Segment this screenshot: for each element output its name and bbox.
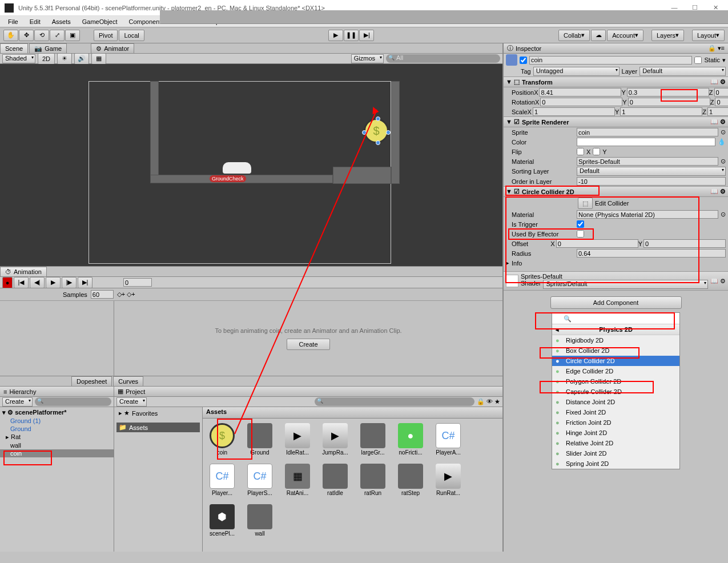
anim-prev[interactable]: ◀| xyxy=(30,277,45,288)
favorites-folder[interactable]: ▸ ★ Favorites xyxy=(116,408,200,418)
phys-material[interactable] xyxy=(577,210,718,219)
tab-game[interactable]: 📷 Game xyxy=(29,43,67,53)
component-menu-item[interactable]: ●Box Collider 2D xyxy=(552,345,679,356)
assets-folder[interactable]: 📁 Assets xyxy=(116,423,200,432)
anim-first[interactable]: |◀ xyxy=(14,277,29,288)
flip-x[interactable] xyxy=(577,148,584,155)
samples-field[interactable] xyxy=(91,290,114,299)
asset-item[interactable]: ▦RatAni... xyxy=(283,464,312,496)
asset-item[interactable]: largeGr... xyxy=(358,423,388,456)
tab-scene[interactable]: Scene xyxy=(0,43,28,53)
pos-x[interactable] xyxy=(539,88,621,96)
sprite-field[interactable] xyxy=(577,128,718,136)
asset-item[interactable]: Ground xyxy=(245,423,275,456)
edit-collider-button[interactable]: ⬚ xyxy=(578,198,593,209)
component-menu-item[interactable]: ●Hinge Joint 2D xyxy=(552,428,679,438)
collab-dropdown[interactable]: Collab ▾ xyxy=(558,30,590,41)
offset-x[interactable] xyxy=(556,239,638,248)
rot-x[interactable] xyxy=(540,98,622,106)
used-by-effector[interactable] xyxy=(577,230,584,238)
audio-toggle[interactable]: 🔊 xyxy=(74,53,89,65)
component-menu-header[interactable]: ◂Physics 2D xyxy=(552,324,679,335)
rot-z[interactable] xyxy=(715,98,728,106)
tag-dropdown[interactable]: Untagged xyxy=(533,67,620,76)
component-menu-item[interactable]: ●Edge Collider 2D xyxy=(552,366,679,376)
sorting-layer[interactable]: Default xyxy=(577,167,726,176)
is-trigger-checkbox[interactable] xyxy=(577,220,584,228)
scene-search[interactable]: All xyxy=(386,54,500,63)
hierarchy-search[interactable] xyxy=(35,397,111,406)
component-menu-item[interactable]: ●Rigidbody 2D xyxy=(552,335,679,345)
project-create[interactable]: Create xyxy=(116,397,147,407)
asset-item[interactable]: $coin xyxy=(207,423,237,456)
anim-next[interactable]: |▶ xyxy=(62,277,77,288)
hierarchy-item[interactable]: wall xyxy=(0,441,114,449)
asset-item[interactable]: C#PlayerA... xyxy=(433,423,463,456)
project-search[interactable] xyxy=(315,397,474,406)
asset-item[interactable]: C#PlayerS... xyxy=(245,464,275,496)
sprite-renderer-header[interactable]: ▼ ☑ Sprite Renderer📖 ⚙ xyxy=(504,116,728,127)
asset-item[interactable]: wall xyxy=(245,504,275,537)
component-menu-item[interactable]: ●Fixed Joint 2D xyxy=(552,407,679,417)
hierarchy-item[interactable]: Ground xyxy=(0,425,114,433)
menu-edit[interactable]: Edit xyxy=(25,17,45,26)
component-menu-item[interactable]: ●Distance Joint 2D xyxy=(552,397,679,407)
rotate-tool[interactable]: ⟲ xyxy=(34,30,49,41)
scene-root[interactable]: ▾ ⚙ scenePlatformer* xyxy=(0,408,114,417)
asset-item[interactable]: ▶JumpRa... xyxy=(320,423,350,456)
layout-dropdown[interactable]: Layout ▾ xyxy=(692,30,725,41)
tab-animation[interactable]: ⏱ Animation xyxy=(0,267,47,276)
tab-curves[interactable]: Curves xyxy=(113,376,143,386)
menu-gameobject[interactable]: GameObject xyxy=(78,17,122,26)
component-menu-item[interactable]: ●Capsule Collider 2D xyxy=(552,387,679,397)
tab-animator[interactable]: ⚙ Animator xyxy=(91,43,134,53)
scale-x[interactable] xyxy=(533,107,615,116)
2d-toggle[interactable]: 2D xyxy=(38,53,55,65)
static-checkbox[interactable] xyxy=(694,57,702,64)
offset-y[interactable] xyxy=(643,239,726,248)
component-menu-item[interactable]: ●Polygon Collider 2D xyxy=(552,376,679,387)
coin-sprite[interactable]: $ xyxy=(364,118,389,143)
component-menu-item[interactable]: ●Slider Joint 2D xyxy=(552,448,679,459)
tab-dopesheet[interactable]: Dopesheet xyxy=(71,376,112,386)
anim-play[interactable]: ▶ xyxy=(46,277,61,288)
active-checkbox[interactable] xyxy=(520,57,527,64)
create-clip-button[interactable]: Create xyxy=(287,339,329,350)
hierarchy-item-coin[interactable]: coin xyxy=(0,449,114,457)
account-dropdown[interactable]: Account ▾ xyxy=(607,30,643,41)
material-field[interactable] xyxy=(577,157,718,166)
play-button[interactable]: ▶ xyxy=(328,30,343,41)
anim-last[interactable]: ▶| xyxy=(78,277,92,288)
pos-y[interactable] xyxy=(627,88,709,96)
scale-y[interactable] xyxy=(620,107,702,116)
hierarchy-create[interactable]: Create xyxy=(2,397,33,407)
rot-y[interactable] xyxy=(628,98,710,106)
gizmos-dropdown[interactable]: Gizmos xyxy=(351,54,384,63)
asset-item[interactable]: ▶RunRat... xyxy=(433,464,463,496)
component-menu-item[interactable]: ●Spring Joint 2D xyxy=(552,459,679,469)
local-toggle[interactable]: Local xyxy=(119,30,144,41)
component-menu-item[interactable]: ●Relative Joint 2D xyxy=(552,438,679,448)
step-button[interactable]: ▶| xyxy=(359,30,374,41)
frame-field[interactable] xyxy=(123,278,152,287)
flip-y[interactable] xyxy=(593,148,600,155)
asset-item[interactable]: C#Player... xyxy=(207,464,237,496)
asset-item[interactable]: ratRun xyxy=(358,464,388,496)
menu-file[interactable]: File xyxy=(3,17,23,26)
shading-dropdown[interactable]: Shaded xyxy=(2,54,35,63)
order-field[interactable] xyxy=(577,177,726,186)
transform-header[interactable]: ▼ ⬚ Transform📖 ⚙ xyxy=(504,77,728,87)
menu-assets[interactable]: Assets xyxy=(47,17,75,26)
name-field[interactable] xyxy=(529,56,692,65)
component-menu-item[interactable]: ●Friction Joint 2D xyxy=(552,417,679,428)
component-search[interactable] xyxy=(552,313,679,324)
layer-dropdown[interactable]: Default xyxy=(639,67,726,76)
record-button[interactable]: ● xyxy=(2,277,13,288)
rect-tool[interactable]: ▣ xyxy=(65,30,80,41)
asset-item[interactable]: ⬢scenePl... xyxy=(207,504,237,537)
component-menu-item[interactable]: ●Circle Collider 2D xyxy=(552,356,679,366)
fx-toggle[interactable]: ▦ xyxy=(91,53,106,65)
pause-button[interactable]: ❚❚ xyxy=(344,30,359,41)
hierarchy-item[interactable]: Ground (1) xyxy=(0,417,114,425)
cloud-button[interactable]: ☁ xyxy=(591,30,606,41)
